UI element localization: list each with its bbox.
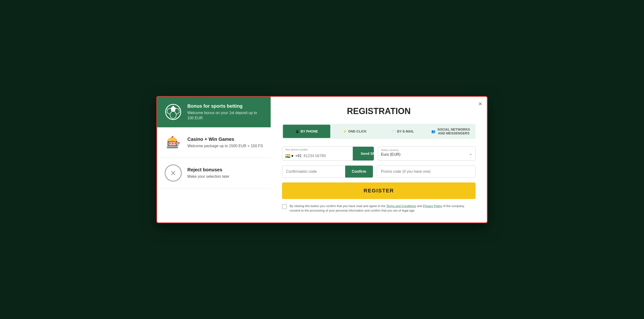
currency-label: Select currency [381,148,472,152]
sport-bonus-item[interactable]: Bonus for sports betting Welcome bonus o… [157,97,271,128]
bonus-panel: Bonus for sports betting Welcome bonus o… [157,97,271,222]
phone-tab-label: BY PHONE [301,130,318,133]
casino-bonus-item[interactable]: 🎰 Casino + Win Games Welcome package up … [157,127,271,158]
email-tab-label: BY E-MAIL [397,130,414,133]
privacy-policy-link[interactable]: Privacy Policy [423,204,442,208]
sport-bonus-title: Bonus for sports betting [188,104,263,109]
sport-bonus-desc: Welcome bonus on your 1st deposit up to … [188,110,263,121]
confirm-button[interactable]: Confirm [345,166,373,178]
sport-bonus-text: Bonus for sports betting Welcome bonus o… [188,104,263,121]
svg-marker-2 [174,108,179,114]
phone-tab-icon: 📱 [295,130,299,133]
tab-social[interactable]: 👥 SOCIAL NETWORKS AND MESSENGERS [428,125,475,138]
tab-by-email[interactable]: ✉️ BY E-MAIL [379,125,426,138]
tab-by-phone[interactable]: 📱 BY PHONE [283,125,330,138]
phone-currency-row: Your phone number 🇮🇳 ▾ +91 Send SMS Sele… [282,146,476,161]
reject-bonus-item[interactable]: Reject bonuses Make your selection later [157,158,271,188]
terms-and-text: and [417,204,422,208]
reject-icon [165,164,182,182]
casino-bonus-text: Casino + Win Games Welcome package up to… [188,136,263,148]
phone-label: Your phone number [285,148,308,151]
currency-select[interactable]: Euro (EUR) USD GBP [381,152,472,156]
terms-text-prefix: By clicking this button you confirm that… [290,204,386,208]
registration-title: REGISTRATION [282,106,476,116]
reject-title: Reject bonuses [188,167,230,172]
phone-input[interactable] [302,147,353,160]
social-tab-icon: 👥 [431,130,435,133]
reject-text: Reject bonuses Make your selection later [188,167,230,179]
registration-modal: Bonus for sports betting Welcome bonus o… [156,96,488,223]
registration-panel: × REGISTRATION 📱 BY PHONE ⚡ ONE-CLICK ✉️… [271,97,487,222]
promo-code-group [377,166,476,178]
confirmation-code-group: Confirm [282,166,373,178]
modal-backdrop: Bonus for sports betting Welcome bonus o… [0,0,644,319]
social-tab-label: SOCIAL NETWORKS AND MESSENGERS [437,128,471,135]
oneclick-tab-label: ONE-CLICK [348,130,367,133]
confirmation-code-input[interactable] [282,166,345,178]
casino-bonus-desc: Welcome package up to 1500 EUR + 150 FS [188,144,263,148]
tab-one-click[interactable]: ⚡ ONE-CLICK [331,125,378,138]
svg-marker-3 [167,108,172,114]
svg-marker-4 [170,112,176,118]
close-button[interactable]: × [478,100,482,107]
soccer-ball-icon [165,104,182,120]
terms-row: By clicking this button you confirm that… [282,204,476,213]
terms-checkbox[interactable] [282,204,287,209]
confirm-promo-row: Confirm [282,166,476,178]
chevron-down-icon: ▾ [291,153,293,158]
phone-field-group: Your phone number 🇮🇳 ▾ +91 Send SMS [282,146,374,161]
reject-desc: Make your selection later [188,174,230,179]
registration-tabs: 📱 BY PHONE ⚡ ONE-CLICK ✉️ BY E-MAIL 👥 SO… [282,124,476,139]
casino-bonus-title: Casino + Win Games [188,136,263,142]
flag-emoji: 🇮🇳 [285,153,290,158]
currency-field-group: Select currency Euro (EUR) USD GBP ⌄ [378,146,476,161]
promo-code-input[interactable] [381,170,472,174]
terms-conditions-link[interactable]: Terms and Conditions [386,204,416,208]
send-sms-button[interactable]: Send SMS [353,147,374,160]
oneclick-tab-icon: ⚡ [343,130,347,133]
register-button[interactable]: REGISTER [282,182,476,199]
email-tab-icon: ✉️ [392,130,396,133]
terms-text: By clicking this button you confirm that… [290,204,476,213]
casino-icon: 🎰 [165,134,182,151]
